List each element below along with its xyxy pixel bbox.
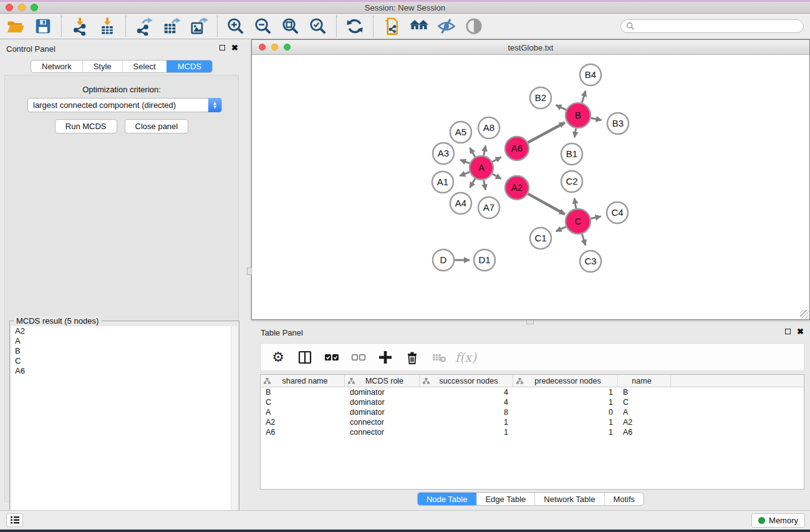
graph-edge-A-A1[interactable]	[460, 172, 470, 176]
import-table-icon[interactable]	[97, 16, 118, 37]
table-row[interactable]: Cdominator41C	[261, 397, 804, 407]
result-list-scrollbar[interactable]	[231, 326, 238, 532]
cell-MCDS-role[interactable]: connector	[345, 427, 420, 437]
graph-edge-A-A4[interactable]	[470, 178, 475, 188]
column-header-predecessor-nodes[interactable]: predecessor nodes	[513, 375, 618, 387]
graph-edge-A-A2[interactable]	[492, 174, 501, 179]
cell-successor-nodes[interactable]: 1	[420, 417, 513, 427]
tab-select[interactable]: Select	[122, 60, 166, 72]
cell-name[interactable]: B	[618, 387, 671, 397]
network-window-titlebar[interactable]: testGlobe.txt	[252, 40, 809, 55]
cell-name[interactable]: C	[618, 397, 671, 407]
graph-edge-C-C3[interactable]	[582, 234, 586, 245]
table-tab-motifs[interactable]: Motifs	[604, 493, 644, 505]
delete-column-trash-icon[interactable]	[403, 349, 421, 366]
cell-MCDS-role[interactable]: connector	[345, 417, 420, 427]
tab-mcds[interactable]: MCDS	[166, 60, 212, 72]
graph-node-B3[interactable]: B3	[607, 113, 629, 134]
tab-style[interactable]: Style	[82, 60, 122, 72]
graph-node-A[interactable]: A	[470, 156, 493, 180]
graph-node-B2[interactable]: B2	[530, 87, 551, 109]
export-network-icon[interactable]	[133, 16, 155, 37]
table-tab-edge-table[interactable]: Edge Table	[476, 493, 534, 505]
graph-node-C3[interactable]: C3	[580, 251, 601, 272]
window-resize-grip[interactable]	[800, 310, 809, 319]
graph-node-B4[interactable]: B4	[580, 64, 601, 85]
graph-edge-A2-C[interactable]	[528, 194, 565, 215]
column-header-successor-nodes[interactable]: successor nodes	[420, 375, 513, 387]
refresh-layout-icon[interactable]	[344, 16, 365, 37]
column-header-shared-name[interactable]: shared name	[261, 375, 345, 387]
graph-node-A5[interactable]: A5	[450, 122, 471, 143]
cell-predecessor-nodes[interactable]: 0	[513, 407, 618, 417]
cell-MCDS-role[interactable]: dominator	[345, 397, 420, 407]
table-tab-node-table[interactable]: Node Table	[418, 493, 476, 505]
cell-shared-name[interactable]: A	[261, 407, 345, 417]
close-panel-icon[interactable]: ✖	[231, 45, 238, 51]
graph-edge-A-A7[interactable]	[484, 180, 486, 190]
hide-graphics-details-icon[interactable]	[436, 16, 457, 37]
graph-edge-C-C4[interactable]	[591, 216, 600, 219]
cell-shared-name[interactable]: B	[261, 387, 345, 397]
graph-edge-A6-B[interactable]	[528, 122, 565, 142]
cell-predecessor-nodes[interactable]: 1	[513, 417, 618, 427]
graph-node-B1[interactable]: B1	[561, 143, 582, 165]
graph-edge-A-A8[interactable]	[484, 146, 486, 156]
open-session-icon[interactable]	[5, 16, 26, 37]
create-column-icon[interactable]	[377, 349, 394, 366]
graph-edge-A-A5[interactable]	[470, 148, 475, 157]
zoom-out-icon[interactable]	[253, 16, 274, 37]
graph-node-A8[interactable]: A8	[478, 117, 499, 138]
tab-network[interactable]: Network	[31, 60, 82, 72]
zoom-fit-icon[interactable]	[280, 16, 301, 37]
run-mcds-button[interactable]: Run MCDS	[55, 119, 117, 133]
cell-successor-nodes[interactable]: 8	[420, 407, 513, 417]
show-graphics-details-icon[interactable]	[463, 16, 485, 37]
graph-node-A3[interactable]: A3	[433, 143, 454, 164]
mcds-result-item[interactable]: A	[11, 336, 238, 346]
graph-node-C[interactable]: C	[566, 209, 591, 234]
cell-successor-nodes[interactable]: 1	[420, 427, 513, 437]
table-row[interactable]: Bdominator41B	[261, 387, 804, 397]
delete-table-icon[interactable]	[430, 349, 448, 366]
table-row[interactable]: A6connector11A6	[261, 427, 804, 437]
cell-name[interactable]: A2	[618, 417, 671, 427]
zoom-selected-icon[interactable]	[307, 16, 329, 37]
home-layout-icon[interactable]	[408, 16, 430, 37]
mcds-result-item[interactable]: B	[11, 346, 238, 356]
cell-predecessor-nodes[interactable]: 1	[513, 387, 618, 397]
graph-node-A6[interactable]: A6	[505, 137, 529, 160]
table-row[interactable]: A2connector11A2	[261, 417, 804, 427]
cell-MCDS-role[interactable]: dominator	[345, 407, 420, 417]
show-panels-button[interactable]	[6, 513, 23, 527]
cell-shared-name[interactable]: C	[261, 397, 345, 407]
graph-edge-B-B1[interactable]	[574, 128, 576, 138]
mcds-result-item[interactable]: C	[11, 356, 238, 366]
function-builder-icon[interactable]: f(x)	[457, 349, 475, 366]
cell-successor-nodes[interactable]: 4	[420, 397, 513, 407]
graph-node-C1[interactable]: C1	[530, 228, 551, 249]
vertical-splitter-handle[interactable]	[247, 268, 252, 275]
cell-name[interactable]: A6	[618, 427, 671, 437]
column-header-name[interactable]: name	[618, 375, 671, 387]
graph-node-C2[interactable]: C2	[561, 171, 582, 192]
table-row[interactable]: Adominator80A	[261, 407, 804, 417]
float-table-panel-icon[interactable]	[785, 329, 791, 334]
mcds-result-item[interactable]: A6	[11, 366, 238, 376]
cell-name[interactable]: A	[618, 407, 671, 417]
graph-node-A2[interactable]: A2	[505, 176, 529, 200]
graph-node-C4[interactable]: C4	[607, 202, 628, 223]
import-network-icon[interactable]	[69, 16, 90, 37]
graph-edge-C-C2[interactable]	[574, 198, 576, 209]
table-settings-gear-icon[interactable]: ⚙	[269, 349, 287, 366]
export-table-icon[interactable]	[161, 16, 182, 37]
network-graph[interactable]: B4B2BB3A5A8A6A3B1AA1C2A2A4A7CC4C1C3DD1	[252, 55, 809, 319]
search-input[interactable]	[620, 19, 804, 33]
save-session-icon[interactable]	[32, 16, 54, 37]
column-header-MCDS-role[interactable]: MCDS role	[345, 375, 420, 387]
graph-node-B[interactable]: B	[566, 103, 591, 128]
mcds-result-item[interactable]: A2	[11, 326, 238, 336]
float-panel-icon[interactable]	[219, 45, 225, 51]
cell-shared-name[interactable]: A6	[261, 427, 345, 437]
horizontal-splitter-handle[interactable]	[526, 320, 534, 324]
